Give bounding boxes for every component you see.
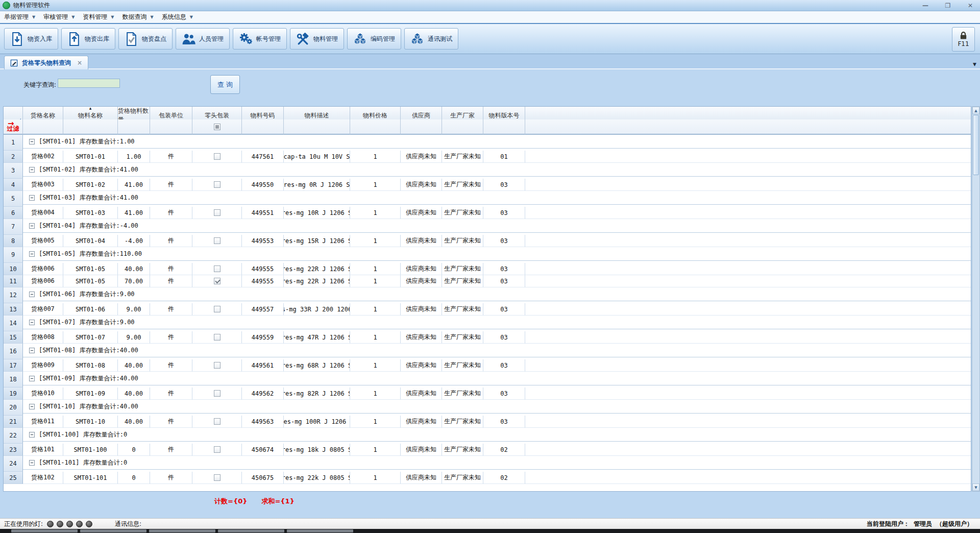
vertical-scrollbar[interactable]: ▲ ▼ bbox=[972, 106, 980, 492]
cell-manufacturer[interactable]: 生产厂家未知 bbox=[442, 444, 483, 456]
cell-odd-package[interactable] bbox=[192, 444, 242, 456]
cell-material-price[interactable]: 1 bbox=[350, 151, 401, 163]
cell-manufacturer[interactable]: 生产厂家未知 bbox=[442, 303, 483, 316]
toolbar-comm-test-button[interactable]: 通讯测试 bbox=[404, 28, 458, 50]
cell-shelf-qty[interactable]: 9.00 bbox=[118, 331, 150, 344]
cell-material-price[interactable]: 1 bbox=[350, 179, 401, 191]
toolbar-stock-in-button[interactable]: 物资入库 bbox=[4, 28, 58, 50]
cell-manufacturer[interactable]: 生产厂家未知 bbox=[442, 207, 483, 219]
cell-manufacturer[interactable]: 生产厂家未知 bbox=[442, 387, 483, 400]
odd-package-checkbox[interactable] bbox=[214, 153, 220, 160]
cell-material-desc[interactable]: res-mg 22k J 0805 S bbox=[284, 472, 350, 484]
filter-cell-shelf-name[interactable] bbox=[23, 119, 63, 135]
cell-shelf-qty[interactable]: 41.00 bbox=[118, 207, 150, 219]
cell-shelf-qty[interactable]: 40.00 bbox=[118, 359, 150, 372]
cell-odd-package[interactable] bbox=[192, 151, 242, 163]
cell-material-no[interactable]: 449561 bbox=[242, 359, 284, 372]
cell-manufacturer[interactable]: 生产厂家未知 bbox=[442, 331, 483, 344]
cell-material-name[interactable]: SMT01-01 bbox=[63, 151, 118, 163]
table-row[interactable]: 19货格010SMT01-0940.00件449562res-mg 82R J … bbox=[4, 387, 971, 400]
table-row[interactable]: 17货格009SMT01-0840.00件449561res-mg 68R J … bbox=[4, 359, 971, 372]
filter-cell-manufacturer[interactable] bbox=[442, 119, 483, 135]
cell-material-desc[interactable]: res-mg 33R J 200 1206 S bbox=[284, 303, 350, 316]
collapse-toggle[interactable] bbox=[29, 348, 35, 353]
cell-supplier[interactable]: 供应商未知 bbox=[401, 207, 442, 219]
cell-material-price[interactable]: 1 bbox=[350, 303, 401, 316]
cell-shelf-name[interactable]: 货格010 bbox=[23, 387, 63, 400]
cell-material-version[interactable]: 03 bbox=[483, 207, 525, 219]
filter-indicator-cell[interactable]: →过滤 bbox=[4, 119, 23, 135]
cell-package-unit[interactable]: 件 bbox=[150, 207, 192, 219]
cell-material-price[interactable]: 1 bbox=[350, 331, 401, 344]
cell-odd-package[interactable] bbox=[192, 331, 242, 344]
cell-package-unit[interactable]: 件 bbox=[150, 359, 192, 372]
cell-package-unit[interactable]: 件 bbox=[150, 179, 192, 191]
table-row[interactable]: 2货格002SMT01-011.00件447561cap-ta 10u M 10… bbox=[4, 151, 971, 163]
cell-shelf-qty[interactable]: -4.00 bbox=[118, 235, 150, 247]
cell-material-price[interactable]: 1 bbox=[350, 416, 401, 428]
cell-material-desc[interactable]: res-mg 22R J 1206 S bbox=[284, 275, 350, 287]
cell-shelf-name[interactable]: 货格101 bbox=[23, 444, 63, 456]
collapse-toggle[interactable] bbox=[29, 195, 35, 201]
odd-package-checkbox[interactable] bbox=[214, 474, 220, 481]
cell-odd-package[interactable] bbox=[192, 303, 242, 316]
cell-material-price[interactable]: 1 bbox=[350, 444, 401, 456]
close-button[interactable]: ✕ bbox=[966, 2, 975, 9]
group-row[interactable]: 1[SMT01-01] 库存数量合计:1.00 bbox=[4, 135, 971, 151]
cell-material-price[interactable]: 1 bbox=[350, 472, 401, 484]
cell-material-desc[interactable]: res-mg 47R J 1206 S bbox=[284, 331, 350, 344]
cell-shelf-name[interactable]: 货格006 bbox=[23, 275, 63, 287]
collapse-toggle[interactable] bbox=[29, 432, 35, 438]
filter-cell-material-version[interactable] bbox=[483, 119, 525, 135]
cell-material-version[interactable]: 01 bbox=[483, 151, 525, 163]
cell-package-unit[interactable]: 件 bbox=[150, 331, 192, 344]
group-row[interactable]: 20[SMT01-10] 库存数量合计:40.00 bbox=[4, 400, 971, 416]
cell-supplier[interactable]: 供应商未知 bbox=[401, 303, 442, 316]
cell-material-name[interactable]: SMT01-100 bbox=[63, 444, 118, 456]
tab-scroll-down-button[interactable]: ▼ bbox=[973, 62, 976, 67]
cell-material-desc[interactable]: res-mg 22R J 1206 S bbox=[284, 263, 350, 275]
cell-material-desc[interactable]: res-mg 100R J 1206 S bbox=[284, 416, 350, 428]
cell-material-desc[interactable]: cap-ta 10u M 10V S bbox=[284, 151, 350, 163]
cell-manufacturer[interactable]: 生产厂家未知 bbox=[442, 263, 483, 275]
cell-material-version[interactable]: 03 bbox=[483, 331, 525, 344]
group-row[interactable]: 7[SMT01-04] 库存数量合计:-4.00 bbox=[4, 219, 971, 235]
collapse-toggle[interactable] bbox=[29, 460, 35, 466]
cell-supplier[interactable]: 供应商未知 bbox=[401, 387, 442, 400]
cell-manufacturer[interactable]: 生产厂家未知 bbox=[442, 359, 483, 372]
filter-cell-supplier[interactable] bbox=[401, 119, 442, 135]
odd-package-checkbox[interactable] bbox=[214, 209, 220, 216]
cell-odd-package[interactable] bbox=[192, 472, 242, 484]
cell-material-desc[interactable]: res-mg 0R J 1206 S bbox=[284, 179, 350, 191]
toolbar-stock-out-button[interactable]: 物资出库 bbox=[61, 28, 115, 50]
toolbar-stock-take-button[interactable]: 物资盘点 bbox=[118, 28, 173, 50]
cell-material-desc[interactable]: res-mg 18k J 0805 S bbox=[284, 444, 350, 456]
cell-odd-package[interactable] bbox=[192, 235, 242, 247]
cell-manufacturer[interactable]: 生产厂家未知 bbox=[442, 416, 483, 428]
collapse-toggle[interactable] bbox=[29, 223, 35, 229]
odd-package-checkbox[interactable] bbox=[214, 390, 220, 397]
group-row[interactable]: 22[SMT01-100] 库存数量合计:0 bbox=[4, 428, 971, 444]
cell-shelf-qty[interactable]: 0 bbox=[118, 472, 150, 484]
menu-item-data-query[interactable]: 数据查询▼ bbox=[122, 13, 153, 21]
cell-package-unit[interactable]: 件 bbox=[150, 444, 192, 456]
table-row[interactable]: 25货格102SMT01-1010件450675res-mg 22k J 080… bbox=[4, 472, 971, 484]
cell-package-unit[interactable]: 件 bbox=[150, 275, 192, 287]
menu-item-bill-mgmt[interactable]: 单据管理▼ bbox=[4, 13, 35, 21]
cell-material-name[interactable]: SMT01-10 bbox=[63, 416, 118, 428]
table-row[interactable]: 6货格004SMT01-0341.00件449551res-mg 10R J 1… bbox=[4, 207, 971, 219]
cell-supplier[interactable]: 供应商未知 bbox=[401, 444, 442, 456]
cell-supplier[interactable]: 供应商未知 bbox=[401, 235, 442, 247]
menu-item-data-mgmt[interactable]: 资料管理▼ bbox=[83, 13, 114, 21]
cell-material-version[interactable]: 03 bbox=[483, 416, 525, 428]
table-row[interactable]: 21货格011SMT01-1040.00件449563res-mg 100R J… bbox=[4, 416, 971, 428]
filter-cell-package-unit[interactable] bbox=[150, 119, 192, 135]
filter-cell-material-no[interactable] bbox=[242, 119, 284, 135]
cell-material-desc[interactable]: res-mg 10R J 1206 S bbox=[284, 207, 350, 219]
cell-material-name[interactable]: SMT01-07 bbox=[63, 331, 118, 344]
cell-manufacturer[interactable]: 生产厂家未知 bbox=[442, 179, 483, 191]
odd-package-checkbox[interactable] bbox=[214, 306, 220, 312]
cell-supplier[interactable]: 供应商未知 bbox=[401, 359, 442, 372]
keyword-search-input[interactable] bbox=[58, 79, 120, 88]
cell-manufacturer[interactable]: 生产厂家未知 bbox=[442, 275, 483, 287]
